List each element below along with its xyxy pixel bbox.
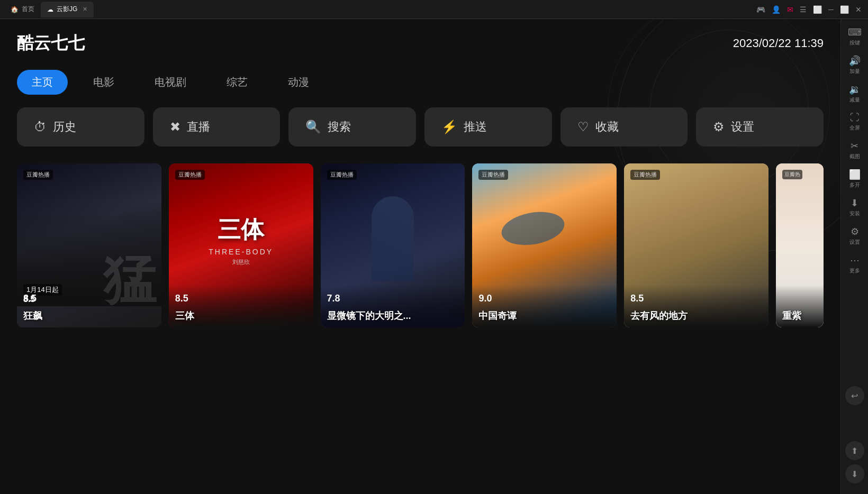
tab-cloud[interactable]: ☁ 云影JG ✕ [41, 2, 94, 17]
volume-up-icon: 🔊 [849, 55, 861, 67]
live-icon: ✖ [170, 120, 180, 134]
sidebar-install[interactable]: ⬇ 安装 [841, 194, 868, 221]
more-icon: ⋯ [850, 254, 860, 266]
card-bg-3 [321, 163, 465, 327]
home-tab-label: 首页 [22, 5, 34, 14]
menu-icon[interactable]: ☰ [800, 5, 807, 14]
function-buttons: ⏱ 历史 ✖ 直播 🔍 搜索 ⚡ 推送 ♡ 收藏 ⚙ 设置 [17, 107, 824, 147]
sidebar-volume-up[interactable]: 🔊 加量 [841, 52, 868, 78]
tab-tv[interactable]: 电视剧 [140, 70, 201, 95]
more-label: 更多 [849, 267, 860, 275]
settings-sidebar-icon: ⚙ [851, 226, 859, 237]
volume-up-label: 加量 [849, 68, 860, 75]
btn-live[interactable]: ✖ 直播 [153, 107, 281, 147]
movie-cards-row: 猛 豆瓣热播 1月14日起 8.5 8.5 狂飙 三体 THREE-BODY 刘… [17, 163, 824, 327]
multi-icon: ⬜ [849, 169, 861, 180]
card-title-1: 狂飙 [23, 309, 157, 322]
keyboard-icon: ⌨ [848, 26, 862, 38]
live-label: 直播 [187, 119, 210, 135]
sidebar-screenshot[interactable]: ✂ 截图 [841, 137, 868, 163]
fullscreen-icon: ⛶ [850, 112, 860, 123]
screenshot-label: 截图 [849, 153, 860, 160]
btn-search[interactable]: 🔍 搜索 [288, 107, 416, 147]
app-header: 酷云七七 2023/02/22 11:39 [17, 32, 824, 55]
sidebar-fullscreen[interactable]: ⛶ 全屏 [841, 109, 868, 135]
mail-icon[interactable]: ✉ [787, 5, 793, 14]
movie-card-4[interactable]: 豆瓣热播 9.0 中国奇谭 [472, 163, 617, 327]
card-badge-2: 豆瓣热播 [175, 170, 205, 180]
card-bg-4 [472, 163, 617, 327]
card-badge-6: 豆瓣热 [782, 170, 802, 179]
back-arrow[interactable]: ↩ [845, 386, 864, 405]
history-label: 历史 [53, 119, 76, 135]
sidebar-multi[interactable]: ⬜ 多开 [841, 166, 868, 192]
card-title-2: 三体 [175, 309, 309, 322]
gamepad-icon[interactable]: 🎮 [756, 5, 765, 14]
search-icon: 🔍 [305, 120, 321, 134]
sidebar-keyboard[interactable]: ⌨ 按键 [841, 23, 868, 50]
close-icon[interactable]: ✕ [855, 5, 862, 14]
movie-card-1[interactable]: 猛 豆瓣热播 1月14日起 8.5 8.5 狂飙 [17, 163, 161, 327]
main-container: 酷云七七 2023/02/22 11:39 主页 电影 电视剧 综艺 动漫 ⏱ … [0, 19, 868, 494]
favorites-icon: ♡ [577, 120, 589, 134]
btn-settings[interactable]: ⚙ 设置 [696, 107, 824, 147]
push-label: 推送 [464, 119, 487, 135]
settings-icon: ⚙ [713, 120, 725, 134]
content-area: 酷云七七 2023/02/22 11:39 主页 电影 电视剧 综艺 动漫 ⏱ … [0, 19, 840, 494]
movie-card-6[interactable]: 豆瓣热 重紫 [776, 163, 824, 327]
settings-label: 设置 [731, 119, 754, 135]
tab-anime[interactable]: 动漫 [273, 70, 324, 95]
window-controls: 🎮 👤 ✉ ☰ ⬜ ─ ⬜ ✕ [756, 5, 862, 14]
card-badge-4: 豆瓣热播 [478, 170, 508, 180]
movie-card-5[interactable]: 豆瓣热播 8.5 去有风的地方 [624, 163, 768, 327]
screenshot-icon: ✂ [851, 140, 858, 152]
card-bg-5 [624, 163, 768, 327]
volume-down-label: 减量 [849, 96, 860, 104]
card-bg-1: 猛 [17, 163, 161, 327]
card-title-6: 重紫 [782, 309, 819, 322]
sidebar-settings[interactable]: ⚙ 设置 [841, 223, 868, 249]
right-sidebar: ⌨ 按键 🔊 加量 🔉 减量 ⛶ 全屏 ✂ 截图 ⬜ 多开 ⬇ 安装 ⚙ 设 [840, 19, 868, 494]
cloud-tab-icon: ☁ [47, 6, 53, 13]
cloud-tab-label: 云影JG [57, 5, 77, 14]
btn-history[interactable]: ⏱ 历史 [17, 107, 144, 147]
sidebar-more[interactable]: ⋯ 更多 [841, 251, 868, 278]
card-bg-6 [776, 163, 824, 327]
expand-icon[interactable]: ⬜ [813, 5, 822, 14]
card-title-4: 中国奇谭 [478, 309, 612, 322]
multi-label: 多开 [849, 181, 860, 189]
install-label: 安装 [849, 210, 860, 217]
down-arrow[interactable]: ⬇ [845, 464, 864, 483]
app-title: 酷云七七 [17, 32, 85, 55]
minimize-icon[interactable]: ─ [828, 5, 834, 14]
tab-home-nav[interactable]: 主页 [17, 70, 68, 95]
volume-down-icon: 🔉 [849, 84, 861, 95]
card-title-5: 去有风的地方 [630, 309, 764, 322]
card-title-3: 显微镜下的大明之... [327, 309, 461, 322]
keyboard-label: 按键 [849, 39, 860, 47]
btn-favorites[interactable]: ♡ 收藏 [560, 107, 688, 147]
card-bg-2: 三体 THREE-BODY 刘慈欣 [169, 163, 313, 327]
btn-push[interactable]: ⚡ 推送 [424, 107, 552, 147]
card-badge-1: 豆瓣热播 [23, 170, 53, 180]
card-badge-3: 豆瓣热播 [327, 170, 357, 180]
tab-variety[interactable]: 综艺 [212, 70, 263, 95]
user-icon[interactable]: 👤 [772, 5, 781, 14]
forward-arrow[interactable]: ⬆ [845, 441, 864, 460]
push-icon: ⚡ [441, 120, 457, 134]
datetime: 2023/02/22 11:39 [733, 36, 824, 50]
tab-movies[interactable]: 电影 [78, 70, 129, 95]
tab-close-icon[interactable]: ✕ [83, 6, 87, 13]
nav-arrows: ↩ ⬆ ⬇ [845, 386, 864, 490]
card-big-text-1: 猛 [103, 253, 156, 306]
favorites-label: 收藏 [595, 119, 619, 135]
fullscreen-label: 全屏 [849, 124, 860, 132]
movie-card-3[interactable]: 豆瓣热播 7.8 显微镜下的大明之... [321, 163, 465, 327]
tab-home[interactable]: 🏠 首页 [4, 2, 41, 17]
home-tab-icon: 🏠 [11, 6, 19, 13]
restore-icon[interactable]: ⬜ [840, 5, 849, 14]
movie-card-2[interactable]: 三体 THREE-BODY 刘慈欣 豆瓣热播 8.5 三体 [169, 163, 313, 327]
settings-sidebar-label: 设置 [849, 239, 860, 246]
sidebar-volume-down[interactable]: 🔉 减量 [841, 80, 868, 107]
title-bar: 🏠 首页 ☁ 云影JG ✕ 🎮 👤 ✉ ☰ ⬜ ─ ⬜ ✕ [0, 0, 868, 19]
